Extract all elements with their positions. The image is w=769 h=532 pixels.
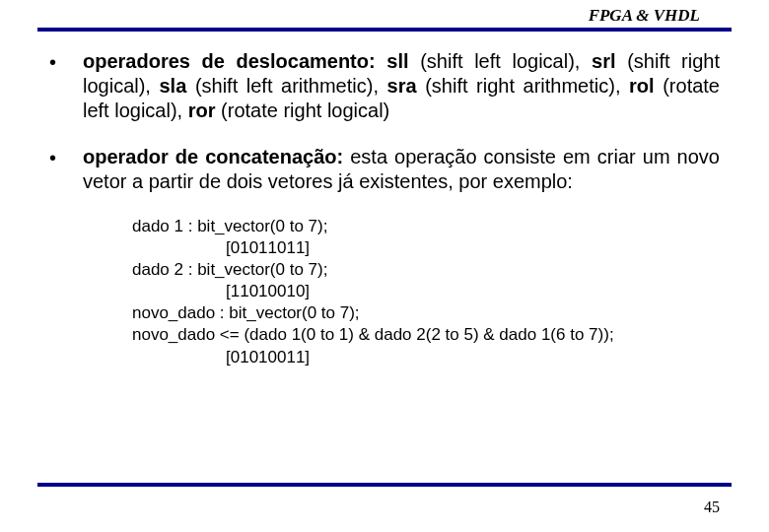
code-line: dado 1 : bit_vector(0 to 7); (132, 216, 720, 237)
page-number: 45 (704, 499, 720, 516)
op-seg: sla (shift left arithmetic), (160, 75, 379, 97)
op-desc: (rotate right logical) (221, 100, 389, 121)
slide-header: FPGA & VHDL (0, 0, 769, 28)
code-line: novo_dado : bit_vector(0 to 7); (132, 302, 720, 324)
bullet-concat-operator: • operador de concatenação: esta operaçã… (49, 145, 720, 194)
code-line: [01011011] (226, 237, 720, 259)
op-seg: ror (rotate right logical) (188, 100, 390, 121)
op-name: sla (160, 75, 187, 97)
op-name: srl (592, 50, 615, 72)
op-name: sra (387, 75, 417, 97)
slide: FPGA & VHDL • operadores de deslocamento… (0, 0, 769, 532)
op-desc: (shift left arithmetic), (195, 75, 379, 97)
bullet-body: operadores de deslocamento: sll (shift l… (83, 49, 720, 123)
code-line: dado 2 : bit_vector(0 to 7); (132, 259, 720, 281)
bullet-lead: operador de concatenação: (83, 146, 343, 167)
code-line: [11010010] (226, 281, 720, 302)
op-seg: sll (shift left logical), (386, 50, 580, 72)
bullet-dot: • (49, 145, 83, 194)
op-name: rol (629, 75, 655, 97)
op-name: ror (188, 100, 216, 121)
bullet-shift-operators: • operadores de deslocamento: sll (shift… (49, 49, 720, 123)
op-name: sll (386, 50, 408, 72)
op-seg: sra (shift right arithmetic), (387, 75, 621, 97)
code-line: novo_dado <= (dado 1(0 to 1) & dado 2(2 … (132, 324, 720, 346)
bullet-dot: • (49, 49, 83, 123)
code-line: [01010011] (226, 347, 720, 368)
bottom-rule (37, 483, 732, 487)
op-desc: (shift left logical), (420, 50, 580, 72)
op-desc: (shift right arithmetic), (425, 75, 620, 97)
header-title: FPGA & VHDL (589, 6, 700, 25)
code-block: dado 1 : bit_vector(0 to 7); [01011011] … (132, 216, 720, 368)
bullet-body: operador de concatenação: esta operação … (83, 145, 720, 194)
bullet-lead: operadores de deslocamento: (83, 50, 376, 72)
slide-content: • operadores de deslocamento: sll (shift… (0, 32, 769, 368)
